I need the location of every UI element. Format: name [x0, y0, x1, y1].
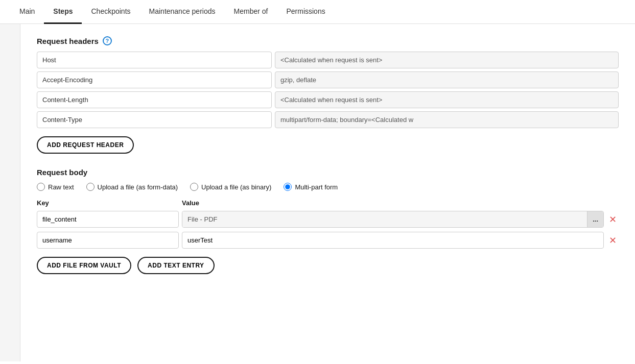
header-row	[37, 91, 619, 108]
header-value-accept-encoding[interactable]	[275, 71, 619, 88]
tab-steps[interactable]: Steps	[44, 0, 82, 24]
close-icon: ✕	[609, 215, 617, 224]
kv-row: ... ✕	[37, 211, 619, 228]
request-headers-section-title: Request headers ?	[37, 36, 619, 45]
radio-multi-part-input[interactable]	[284, 183, 292, 191]
close-icon: ✕	[609, 236, 617, 245]
kv-delete-button-0[interactable]: ✕	[607, 213, 619, 226]
header-value-host[interactable]	[275, 52, 619, 68]
tab-main[interactable]: Main	[10, 0, 44, 24]
tab-permissions[interactable]: Permissions	[277, 0, 334, 24]
tab-bar: Main Steps Checkpoints Maintenance perio…	[0, 0, 635, 24]
radio-upload-form-data-label: Upload a file (as form-data)	[98, 183, 178, 191]
request-body-section: Request body Raw text Upload a file (as …	[37, 168, 619, 274]
header-key-content-length[interactable]	[37, 91, 272, 108]
add-text-entry-button[interactable]: ADD TEXT ENTRY	[137, 257, 215, 274]
header-value-content-length[interactable]	[275, 91, 619, 108]
radio-raw-text-label: Raw text	[48, 183, 74, 191]
kv-key-username[interactable]	[37, 232, 179, 249]
add-file-from-vault-button[interactable]: ADD FILE FROM VAULT	[37, 257, 131, 274]
kv-delete-button-1[interactable]: ✕	[607, 234, 619, 247]
request-headers-label: Request headers	[37, 37, 99, 45]
tab-maintenance[interactable]: Maintenance periods	[140, 0, 225, 24]
radio-multi-part-label: Multi-part form	[295, 183, 338, 191]
sidebar	[0, 24, 20, 361]
main-panel: Request headers ?	[20, 24, 635, 361]
action-buttons: ADD FILE FROM VAULT ADD TEXT ENTRY	[37, 257, 619, 274]
header-row	[37, 111, 619, 128]
request-body-label: Request body	[37, 168, 87, 177]
header-value-content-type[interactable]	[275, 111, 619, 128]
radio-upload-binary-input[interactable]	[190, 183, 198, 191]
kv-key-header: Key	[37, 199, 179, 207]
radio-upload-form-data-input[interactable]	[86, 183, 95, 191]
kv-browse-button[interactable]: ...	[587, 211, 603, 227]
header-key-host[interactable]	[37, 52, 272, 68]
kv-row: ✕	[37, 232, 619, 249]
request-body-section-title: Request body	[37, 168, 619, 177]
kv-value-header: Value	[182, 199, 619, 207]
kv-key-file-content[interactable]	[37, 211, 179, 228]
radio-upload-form-data[interactable]: Upload a file (as form-data)	[86, 183, 178, 191]
request-headers-rows	[37, 52, 619, 128]
tab-member-of[interactable]: Member of	[225, 0, 277, 24]
kv-value-file-content-wrapper: ...	[182, 211, 604, 228]
radio-upload-binary[interactable]: Upload a file (as binary)	[190, 183, 271, 191]
header-key-accept-encoding[interactable]	[37, 71, 272, 88]
header-row	[37, 71, 619, 88]
kv-value-username[interactable]	[182, 232, 604, 249]
page-content: Request headers ?	[0, 24, 635, 361]
radio-raw-text[interactable]: Raw text	[37, 183, 74, 191]
radio-group: Raw text Upload a file (as form-data) Up…	[37, 183, 619, 191]
add-request-header-button[interactable]: ADD REQUEST HEADER	[37, 136, 134, 154]
kv-rows: ... ✕ ✕	[37, 211, 619, 249]
kv-column-headers: Key Value	[37, 199, 619, 207]
header-row	[37, 52, 619, 68]
radio-upload-binary-label: Upload a file (as binary)	[201, 183, 271, 191]
tab-checkpoints[interactable]: Checkpoints	[82, 0, 139, 24]
radio-raw-text-input[interactable]	[37, 183, 45, 191]
header-key-content-type[interactable]	[37, 111, 272, 128]
kv-value-file-content[interactable]	[182, 211, 587, 227]
request-headers-help-icon[interactable]: ?	[103, 36, 112, 45]
radio-multi-part[interactable]: Multi-part form	[284, 183, 338, 191]
